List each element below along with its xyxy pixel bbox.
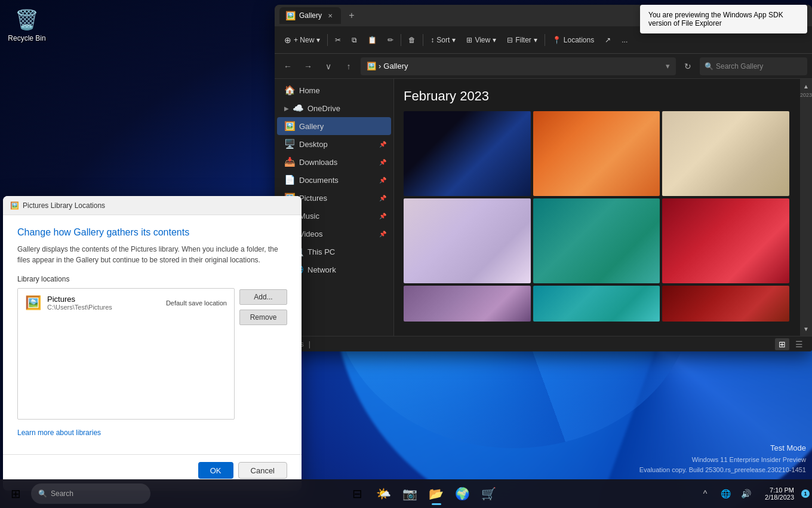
new-icon: ⊕	[284, 35, 291, 45]
tab-gallery-label: Gallery	[299, 11, 322, 20]
sort-icon: ↕	[430, 36, 434, 44]
system-text-line2: Evaluation copy. Build 25300.rs_prerelea…	[639, 465, 806, 476]
sidebar-onedrive-label: OneDrive	[307, 104, 340, 113]
sidebar-item-documents[interactable]: 📄 Documents 📌	[277, 171, 391, 189]
rename-icon: ✏	[387, 36, 393, 44]
taskbar-store[interactable]: 🛒	[477, 481, 501, 507]
scroll-down-button[interactable]: ▼	[801, 324, 811, 333]
taskbar-task-view[interactable]: ⊟	[346, 481, 370, 507]
sidebar-item-gallery[interactable]: 🖼️ Gallery	[277, 117, 391, 135]
paste-button[interactable]: 📋	[363, 30, 382, 50]
sidebar-desktop-label: Desktop	[299, 140, 328, 149]
new-tab-button[interactable]: +	[343, 7, 360, 24]
forward-button[interactable]: →	[300, 58, 316, 75]
tab-close-button[interactable]: ✕	[325, 11, 335, 20]
library-locations-dialog: 🖼️ Pictures Library Locations Change how…	[3, 196, 302, 491]
sidebar-item-onedrive[interactable]: ▶ ☁️ OneDrive	[277, 99, 391, 117]
new-button[interactable]: ⊕ + New ▾	[279, 30, 325, 50]
view-chevron-icon: ▾	[493, 36, 496, 44]
taskbar-clock[interactable]: 7:10 PM 2/18/2023	[760, 486, 799, 501]
lib-item-name: Pictures	[47, 295, 160, 304]
gallery-item-2[interactable]	[533, 111, 660, 196]
ok-button[interactable]: OK	[198, 462, 233, 479]
gallery-item-3[interactable]	[662, 111, 789, 196]
search-box[interactable]: 🔍 Search Gallery	[700, 57, 807, 75]
taskbar-search-placeholder: Search	[51, 489, 73, 498]
filter-button[interactable]: ⊟ Filter ▾	[502, 30, 542, 50]
up-button[interactable]: ↑	[340, 58, 357, 75]
taskbar-file-explorer[interactable]: 📂	[425, 481, 448, 507]
year-label: 2023	[800, 92, 812, 98]
gallery-item-8[interactable]	[533, 286, 660, 322]
start-button[interactable]: ⊞	[2, 481, 29, 507]
new-chevron-icon: ▾	[316, 36, 320, 44]
tray-volume-icon[interactable]: 🔊	[736, 484, 755, 503]
dropdown-button[interactable]: ∨	[320, 58, 337, 75]
delete-icon: 🗑	[408, 36, 416, 44]
downloads-pin-icon: 📌	[379, 159, 386, 166]
search-placeholder: Search Gallery	[716, 62, 763, 71]
sort-chevron-icon: ▾	[452, 36, 456, 44]
sidebar-music-label: Music	[299, 212, 319, 221]
sidebar-pictures-label: Pictures	[299, 194, 327, 203]
gallery-item-6[interactable]	[662, 198, 789, 283]
gallery-item-9[interactable]	[662, 286, 789, 322]
delete-button[interactable]: 🗑	[404, 30, 420, 50]
recycle-bin-label: Recycle Bin	[8, 34, 45, 42]
sidebar-item-downloads[interactable]: 📥 Downloads 📌	[277, 153, 391, 171]
view-toggle: ⊞ ☰	[775, 338, 806, 350]
taskbar-edge[interactable]: 🌍	[451, 481, 475, 507]
lib-item-path: C:\Users\Test\Pictures	[47, 304, 160, 311]
library-pictures-item[interactable]: 🖼️ Pictures C:\Users\Test\Pictures Defau…	[20, 291, 232, 314]
locations-label: Locations	[564, 36, 594, 44]
lib-pictures-icon: 🖼️	[25, 295, 41, 311]
tray-network-icon[interactable]: 🌐	[716, 484, 735, 503]
gallery-item-1[interactable]	[404, 111, 531, 196]
cancel-button[interactable]: Cancel	[238, 462, 287, 479]
gallery-item-7[interactable]	[404, 286, 531, 322]
back-button[interactable]: ←	[279, 58, 296, 75]
cut-icon: ✂	[335, 36, 341, 44]
rename-button[interactable]: ✏	[383, 30, 398, 50]
taskbar-search[interactable]: 🔍 Search	[31, 483, 150, 504]
gallery-item-4[interactable]	[404, 198, 531, 283]
taskbar-widgets[interactable]: 🌤️	[372, 481, 396, 507]
gallery-icon: 🖼️	[284, 121, 296, 131]
cut-button[interactable]: ✂	[330, 30, 346, 50]
notification-badge[interactable]: 1	[801, 489, 810, 498]
locations-button[interactable]: 📍 Locations	[548, 30, 599, 50]
sort-button[interactable]: ↕ Sort ▾	[426, 30, 460, 50]
gallery-tab[interactable]: 🖼️ Gallery ✕	[279, 7, 341, 24]
new-label: + New	[294, 36, 314, 44]
learn-more-link[interactable]: Learn more about libraries	[17, 429, 101, 437]
dialog-titlebar-label: Pictures Library Locations	[23, 201, 105, 210]
recycle-bin-image: 🗑️	[15, 6, 39, 33]
sdk-tooltip: You are previewing the Windows App SDK v…	[640, 5, 807, 33]
sidebar-item-home[interactable]: 🏠 Home	[277, 81, 391, 99]
gallery-item-5[interactable]	[533, 198, 660, 283]
add-location-button[interactable]: Add...	[239, 289, 287, 305]
downloads-icon: 📥	[284, 157, 296, 167]
onedrive-chevron-icon: ▶	[284, 105, 289, 112]
clock-date: 2/18/2023	[765, 494, 794, 501]
filter-chevron-icon: ▾	[534, 36, 537, 44]
copy-button[interactable]: ⧉	[347, 30, 362, 50]
scroll-up-button[interactable]: ▲	[801, 81, 811, 91]
remove-location-button[interactable]: Remove	[239, 310, 287, 325]
address-path[interactable]: 🖼️ › Gallery ▾	[361, 57, 676, 75]
view-button[interactable]: ⊞ View ▾	[462, 30, 501, 50]
onedrive-icon: ☁️	[293, 103, 304, 114]
lib-item-info: Pictures C:\Users\Test\Pictures	[47, 295, 160, 311]
start-icon: ⊞	[11, 486, 21, 501]
status-separator: |	[309, 340, 310, 348]
sidebar-item-desktop[interactable]: 🖥️ Desktop 📌	[277, 135, 391, 153]
grid-view-button[interactable]: ⊞	[775, 338, 789, 350]
refresh-button[interactable]: ↻	[679, 58, 696, 75]
detail-view-button[interactable]: ☰	[792, 338, 806, 350]
more-button[interactable]: ...	[617, 30, 632, 50]
taskbar-camera[interactable]: 📷	[398, 481, 422, 507]
recycle-bin-icon[interactable]: 🗑️ Recycle Bin	[6, 6, 48, 42]
share-button[interactable]: ↗	[600, 30, 616, 50]
dialog-description: Gallery displays the contents of the Pic…	[17, 244, 287, 265]
tray-chevron-icon[interactable]: ^	[696, 484, 715, 503]
